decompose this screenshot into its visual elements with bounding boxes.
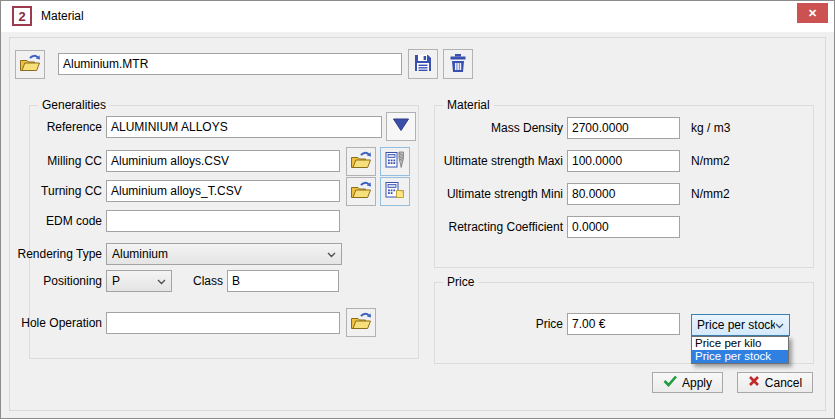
class-label: Class: [176, 270, 223, 292]
title-bar: 2 Material ✕: [1, 1, 834, 32]
open-folder-icon: [350, 181, 372, 203]
dropdown-triangle-icon: [391, 117, 411, 136]
turning-cc-browse-button[interactable]: [346, 177, 376, 206]
chevron-down-icon: [157, 274, 166, 288]
ultimate-strength-maxi-input[interactable]: [567, 150, 680, 172]
milling-cc-table-button[interactable]: [380, 147, 410, 176]
cancel-button[interactable]: Cancel: [737, 372, 813, 393]
hole-operation-input[interactable]: [106, 312, 340, 334]
red-cross-icon: [748, 375, 760, 390]
price-label: Price: [481, 313, 563, 335]
apply-button[interactable]: Apply: [652, 372, 723, 393]
ultimate-strength-mini-input[interactable]: [567, 183, 680, 205]
milling-calculator-icon: [385, 151, 405, 172]
open-folder-icon: [350, 312, 372, 334]
hole-operation-browse-button[interactable]: [346, 308, 376, 337]
open-folder-icon: [350, 151, 372, 173]
edm-code-input[interactable]: [106, 210, 340, 232]
turning-cc-table-button[interactable]: [380, 177, 410, 206]
price-input[interactable]: [567, 313, 680, 335]
milling-cc-input[interactable]: [106, 150, 340, 172]
mass-density-label: Mass Density: [421, 117, 563, 139]
reference-list-button[interactable]: [386, 112, 416, 141]
save-icon: [413, 53, 433, 76]
turning-calculator-icon: [385, 181, 405, 202]
milling-cc-browse-button[interactable]: [346, 147, 376, 176]
material-group-title: Material: [443, 98, 494, 113]
positioning-value: P: [112, 274, 157, 288]
price-type-value: Price per stock: [697, 318, 775, 332]
app-icon: 2: [12, 6, 32, 26]
rendering-type-value: Aluminium: [112, 247, 327, 261]
mass-density-unit: kg / m3: [691, 117, 730, 139]
ultimate-strength-maxi-unit: N/mm2: [691, 150, 730, 172]
open-folder-icon: [19, 54, 41, 76]
green-check-icon: [663, 375, 677, 390]
delete-button[interactable]: [443, 49, 473, 79]
save-button[interactable]: [408, 49, 438, 79]
material-dialog: 2 Material ✕: [0, 0, 835, 419]
trash-icon: [449, 53, 467, 76]
hole-operation-label: Hole Operation: [11, 312, 102, 334]
reference-input[interactable]: [106, 116, 382, 138]
cancel-button-label: Cancel: [765, 376, 802, 390]
close-button[interactable]: ✕: [797, 3, 828, 23]
price-group-title: Price: [443, 275, 478, 290]
price-type-select[interactable]: Price per stock: [691, 314, 790, 336]
milling-cc-label: Milling CC: [11, 150, 102, 172]
turning-cc-label: Turning CC: [11, 180, 102, 202]
chevron-down-icon: [775, 318, 784, 332]
price-type-option-stock[interactable]: Price per stock: [692, 350, 788, 363]
rendering-type-label: Rendering Type: [11, 243, 102, 265]
class-input[interactable]: [227, 270, 339, 292]
ultimate-strength-mini-label: Ultimate strength Mini: [421, 183, 563, 205]
positioning-select[interactable]: P: [106, 270, 172, 292]
app-icon-glyph: 2: [18, 9, 25, 24]
open-material-file-button[interactable]: [15, 50, 45, 79]
generalities-group-title: Generalities: [38, 98, 110, 113]
ultimate-strength-mini-unit: N/mm2: [691, 183, 730, 205]
mass-density-input[interactable]: [567, 117, 680, 139]
price-type-option-kilo[interactable]: Price per kilo: [692, 337, 788, 350]
rendering-type-select[interactable]: Aluminium: [106, 243, 342, 265]
material-filename-input[interactable]: [58, 53, 402, 75]
window-title: Material: [41, 1, 84, 32]
chevron-down-icon: [327, 247, 336, 261]
positioning-label: Positioning: [11, 270, 102, 292]
ultimate-strength-maxi-label: Ultimate strength Maxi: [421, 150, 563, 172]
retracting-coefficient-input[interactable]: [567, 216, 680, 238]
retracting-coefficient-label: Retracting Coefficient: [421, 216, 563, 238]
apply-button-label: Apply: [682, 376, 712, 390]
close-icon: ✕: [808, 7, 817, 20]
turning-cc-input[interactable]: [106, 180, 340, 202]
reference-label: Reference: [11, 116, 102, 138]
edm-code-label: EDM code: [11, 210, 102, 232]
price-type-dropdown-list: Price per kilo Price per stock: [691, 336, 789, 364]
